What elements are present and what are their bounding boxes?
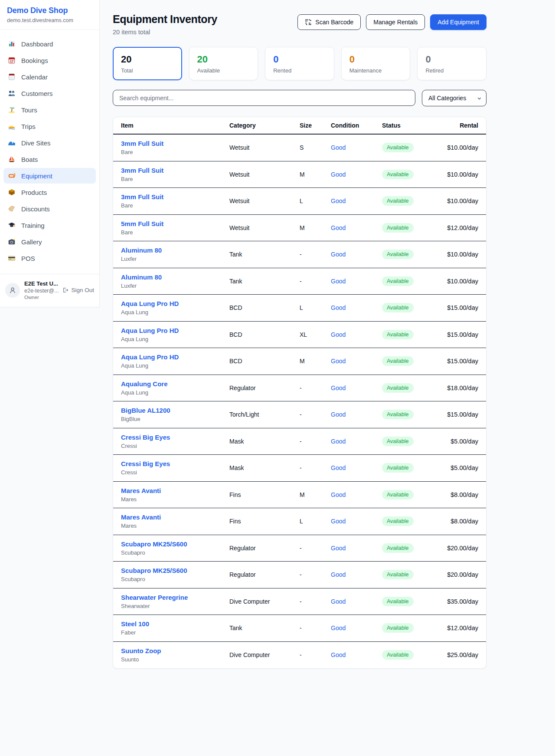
status-badge: Available (382, 516, 414, 526)
condition-link[interactable]: Good (331, 464, 346, 471)
item-name-link[interactable]: Scubapro MK25/S600 (121, 540, 187, 548)
item-rental: $20.00/day (443, 545, 478, 552)
sidebar-item-trips[interactable]: Trips (3, 118, 96, 134)
status-badge: Available (382, 196, 414, 206)
barcode-scan-icon (305, 19, 312, 26)
stat-value: 0 (425, 54, 478, 65)
item-name-link[interactable]: Aqua Lung Pro HD (121, 327, 179, 334)
item-name-link[interactable]: 3mm Full Suit (121, 167, 163, 174)
condition-link[interactable]: Good (331, 411, 346, 418)
item-brand: Scubapro (121, 549, 229, 556)
condition-link[interactable]: Good (331, 358, 346, 365)
condition-link[interactable]: Good (331, 331, 346, 338)
item-name-link[interactable]: 3mm Full Suit (121, 193, 163, 201)
status-badge: Available (382, 570, 414, 579)
page-title: Equipment Inventory (113, 13, 217, 26)
sidebar-item-label: Bookings (21, 57, 48, 64)
item-size: XL (300, 331, 331, 338)
condition-link[interactable]: Good (331, 438, 346, 445)
item-name-link[interactable]: Cressi Big Eyes (121, 460, 170, 467)
condition-link[interactable]: Good (331, 224, 346, 231)
condition-link[interactable]: Good (331, 278, 346, 285)
bar-chart-icon (8, 40, 16, 48)
sidebar-item-training[interactable]: Training (3, 217, 96, 233)
item-name-link[interactable]: Mares Avanti (121, 513, 161, 521)
item-size: - (300, 464, 331, 471)
item-brand: Mares (121, 523, 229, 529)
sidebar-item-boats[interactable]: Boats (3, 151, 96, 167)
stat-card-rented[interactable]: 0 Rented (265, 47, 334, 80)
item-name-link[interactable]: Aluminum 80 (121, 273, 162, 281)
item-rental: $20.00/day (443, 571, 478, 578)
item-category: Dive Computer (229, 598, 300, 605)
condition-link[interactable]: Good (331, 304, 346, 311)
item-brand: Luxfer (121, 256, 229, 262)
item-name-link[interactable]: Shearwater Peregrine (121, 594, 188, 601)
item-category: Torch/Light (229, 411, 300, 418)
condition-link[interactable]: Good (331, 545, 346, 552)
condition-link[interactable]: Good (331, 598, 346, 605)
sidebar-item-dashboard[interactable]: Dashboard (3, 36, 96, 52)
col-header-rental: Rental (443, 122, 478, 129)
condition-link[interactable]: Good (331, 571, 346, 578)
condition-link[interactable]: Good (331, 651, 346, 658)
stat-card-available[interactable]: 20 Available (189, 47, 258, 80)
sidebar-item-discounts[interactable]: Discounts (3, 201, 96, 217)
item-name-link[interactable]: Steel 100 (121, 620, 149, 628)
search-input[interactable] (113, 90, 415, 106)
add-equipment-button[interactable]: Add Equipment (430, 14, 486, 30)
item-size: - (300, 251, 331, 258)
condition-link[interactable]: Good (331, 251, 346, 258)
condition-link[interactable]: Good (331, 491, 346, 498)
item-name-link[interactable]: 5mm Full Suit (121, 220, 163, 227)
item-name-link[interactable]: Aluminum 80 (121, 247, 162, 254)
category-select[interactable]: All Categories (422, 90, 486, 106)
sign-out-button[interactable]: Sign Out (62, 287, 94, 293)
brand-link[interactable]: Demo Dive Shop (7, 6, 92, 15)
item-size: L (300, 518, 331, 525)
item-name-link[interactable]: Suunto Zoop (121, 647, 161, 654)
item-name-link[interactable]: 3mm Full Suit (121, 140, 163, 147)
item-brand: Shearwater (121, 603, 229, 609)
sidebar-item-products[interactable]: Products (3, 184, 96, 200)
item-name-link[interactable]: Aqualung Core (121, 380, 168, 388)
sidebar-item-pos[interactable]: POS (3, 250, 96, 266)
item-name-link[interactable]: BigBlue AL1200 (121, 407, 170, 414)
sidebar-item-calendar[interactable]: Calendar (3, 69, 96, 85)
sidebar-item-customers[interactable]: Customers (3, 85, 96, 101)
dive-mask-icon (8, 172, 16, 180)
condition-link[interactable]: Good (331, 625, 346, 631)
scan-barcode-button[interactable]: Scan Barcode (297, 14, 361, 30)
item-rental: $10.00/day (443, 251, 478, 258)
stat-card-total[interactable]: 20 Total (113, 47, 182, 80)
sidebar-item-label: Tours (21, 106, 37, 114)
item-name-link[interactable]: Aqua Lung Pro HD (121, 300, 179, 307)
item-name-link[interactable]: Aqua Lung Pro HD (121, 353, 179, 361)
item-category: Wetsuit (229, 144, 300, 151)
item-category: Tank (229, 625, 300, 631)
item-name-link[interactable]: Cressi Big Eyes (121, 434, 170, 441)
sidebar-item-label: Equipment (21, 172, 52, 180)
sidebar-item-bookings[interactable]: 17 Bookings (3, 53, 96, 68)
manage-rentals-button[interactable]: Manage Rentals (366, 14, 425, 30)
stat-card-retired[interactable]: 0 Retired (417, 47, 486, 80)
condition-link[interactable]: Good (331, 197, 346, 204)
item-rental: $12.00/day (443, 625, 478, 631)
condition-link[interactable]: Good (331, 518, 346, 525)
sidebar-item-dive-sites[interactable]: Dive Sites (3, 135, 96, 151)
condition-link[interactable]: Good (331, 385, 346, 391)
sidebar-item-label: Dive Sites (21, 139, 51, 147)
user-block: E2E Test U... e2e-tester@... Owner Sign … (0, 274, 99, 307)
status-badge: Available (382, 490, 414, 500)
condition-link[interactable]: Good (331, 144, 346, 151)
item-brand: Bare (121, 176, 229, 182)
item-category: Fins (229, 491, 300, 498)
stat-card-maintenance[interactable]: 0 Maintenance (341, 47, 411, 80)
item-name-link[interactable]: Mares Avanti (121, 487, 161, 494)
sidebar-item-tours[interactable]: Tours (3, 102, 96, 118)
item-name-link[interactable]: Scubapro MK25/S600 (121, 567, 187, 574)
stat-label: Retired (425, 67, 478, 74)
sidebar-item-equipment[interactable]: Equipment (3, 168, 96, 184)
condition-link[interactable]: Good (331, 171, 346, 178)
sidebar-item-gallery[interactable]: Gallery (3, 234, 96, 250)
